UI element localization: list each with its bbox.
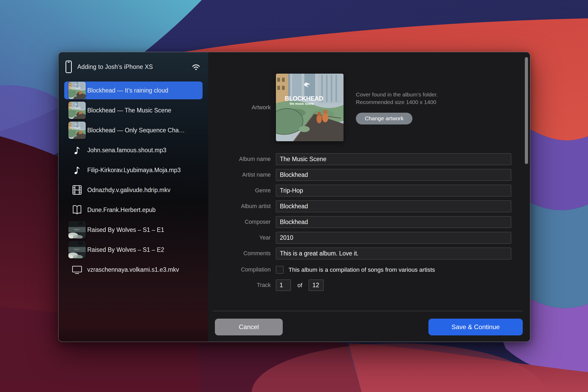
composer-field[interactable] [276,216,511,228]
track-row: Track of [208,280,530,291]
list-item[interactable]: Dune.Frank.Herbert.epub [64,201,203,219]
wifi-icon [192,63,200,70]
album-cover-art [276,74,344,141]
display-icon [68,261,86,278]
cover-note-line1: Cover found in the album’s folder. [356,91,438,98]
save-continue-button[interactable]: Save & Continue [428,319,523,335]
cover-art-thumbnail [68,102,86,119]
list-item[interactable]: Blockhead — The Music Scene [64,101,203,119]
transfer-window: Adding to Josh’s iPhone XS Blockhead — I… [58,52,530,342]
composer-label: Composer [208,219,271,225]
album-name-label: Album name [208,156,271,162]
video-thumbnail [68,241,86,258]
artwork-label: Artwork [208,104,271,111]
change-artwork-button[interactable]: Change artwork [356,113,412,124]
cover-art-thumbnail [68,122,86,139]
cover-art-thumbnail [68,82,86,99]
compilation-row: Compilation This album is a compilation … [208,266,530,274]
album-artist-row: Album artist [208,200,530,212]
album-artist-field[interactable] [276,200,511,212]
cover-note-line2: Recommended size 1400 x 1400 [356,98,436,106]
footer: Cancel Save & Continue [208,319,530,335]
album-artist-label: Album artist [208,203,271,210]
list-item[interactable]: Raised By Wolves – S1 – E2 [64,241,203,259]
book-icon [68,201,86,219]
list-item[interactable]: John.sena.famous.shout.mp3 [64,141,203,159]
artwork-row: Artwork Cover found in the album’s folde… [208,74,530,141]
sidebar: Adding to Josh’s iPhone XS Blockhead — I… [58,52,208,342]
genre-row: Genre [208,185,530,197]
music-note-icon [68,141,86,159]
album-name-row: Album name [208,153,530,165]
compilation-checkbox[interactable] [276,266,284,274]
artist-name-label: Artist name [208,172,271,178]
comments-label: Comments [208,250,271,257]
artist-name-row: Artist name [208,169,530,181]
cancel-button[interactable]: Cancel [215,319,283,335]
track-of-label: of [297,282,302,289]
list-item[interactable]: Raised By Wolves – S1 – E1 [64,221,203,239]
music-note-icon [68,161,86,179]
window-title: Adding to Josh’s iPhone XS [77,63,153,70]
composer-row: Composer [208,216,530,228]
year-field[interactable] [276,232,511,244]
track-number-field[interactable] [276,280,291,291]
footer-divider [213,311,523,311]
compilation-label: Compilation [208,266,271,273]
list-item[interactable]: Odnazhdy.v.galivude.hdrip.mkv [64,181,203,199]
genre-field[interactable] [276,185,511,197]
film-icon [68,181,86,199]
track-label: Track [208,282,271,288]
compilation-checkbox-label: This album is a compilation of songs fro… [288,266,435,273]
list-item[interactable]: Filip-Kirkorav.Lyubimaya.Moja.mp3 [64,161,203,179]
list-item[interactable]: Blockhead — Only Sequence Cha… [64,121,203,139]
list-item[interactable]: Blockhead — It’s raining cloud [64,81,203,99]
year-label: Year [208,235,271,241]
file-list: Blockhead — It’s raining cloud Blockhead… [58,81,208,279]
artwork-notes: Cover found in the album’s folder. Recom… [356,91,438,124]
comments-row: Comments [208,248,530,259]
genre-label: Genre [208,187,271,194]
sidebar-header: Adding to Josh’s iPhone XS [58,52,208,81]
vertical-scrollbar[interactable] [525,57,528,164]
metadata-panel: Artwork Cover found in the album’s folde… [208,52,530,342]
list-item[interactable]: vzraschennaya.volkami.s1.e3.mkv [64,261,203,279]
video-thumbnail [68,221,86,238]
artist-name-field[interactable] [276,169,511,181]
album-name-field[interactable] [276,153,511,165]
comments-field[interactable] [276,248,511,259]
track-total-field[interactable] [309,280,324,291]
year-row: Year [208,232,530,244]
iphone-icon [66,61,72,73]
